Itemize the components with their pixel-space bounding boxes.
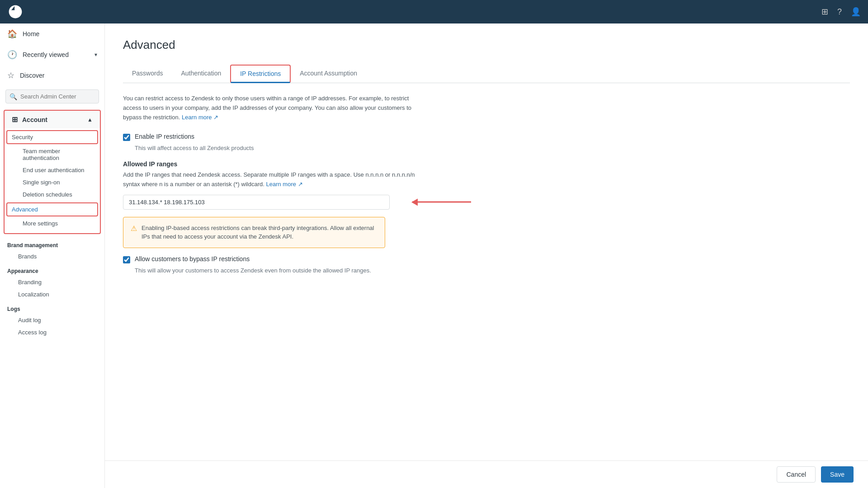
description-learn-more-link[interactable]: Learn more ↗	[182, 114, 218, 121]
sidebar-item-end-user-auth[interactable]: End user authentication	[5, 164, 100, 176]
sidebar-search-area: 🔍	[0, 86, 104, 107]
logo	[7, 4, 24, 20]
topbar-right: ⊞ ? 👤	[821, 7, 861, 17]
tab-authentication[interactable]: Authentication	[172, 65, 230, 83]
sidebar-home-label: Home	[23, 30, 97, 38]
star-icon: ☆	[7, 70, 14, 80]
sidebar-item-brands[interactable]: Brands	[0, 250, 104, 263]
ip-ranges-input[interactable]	[123, 195, 390, 210]
allowed-ip-title: Allowed IP ranges	[123, 160, 850, 168]
clock-icon: 🕐	[7, 50, 17, 60]
sidebar-item-audit-log[interactable]: Audit log	[0, 314, 104, 326]
warning-icon: ⚠	[131, 224, 137, 233]
sidebar-item-more-settings[interactable]: More settings	[5, 217, 100, 230]
bypass-ip-label[interactable]: Allow customers to bypass IP restriction…	[135, 255, 250, 263]
sidebar-item-deletion-schedules[interactable]: Deletion schedules	[5, 188, 100, 201]
sidebar-item-discover[interactable]: ☆ Discover	[0, 65, 104, 86]
bottom-bar: Cancel Save	[105, 460, 868, 488]
zendesk-logo-icon	[7, 4, 24, 20]
search-icon: 🔍	[9, 93, 17, 100]
save-button[interactable]: Save	[821, 466, 854, 483]
user-icon[interactable]: 👤	[851, 7, 861, 17]
bypass-ip-subtext: This will allow your customers to access…	[135, 267, 850, 274]
warning-box: ⚠ Enabling IP-based access restrictions …	[123, 217, 385, 248]
sidebar-discover-label: Discover	[20, 72, 97, 79]
sidebar-item-team-member-auth[interactable]: Team member authentication	[5, 145, 100, 164]
allowed-ip-learn-more-link[interactable]: Learn more ↗	[266, 181, 302, 188]
page-title: Advanced	[123, 38, 850, 52]
sidebar-item-recently-viewed[interactable]: 🕐 Recently viewed ▾	[0, 44, 104, 65]
home-icon: 🏠	[7, 29, 17, 39]
account-sub-items: Security Team member authentication End …	[5, 130, 100, 233]
bypass-ip-checkbox[interactable]	[123, 256, 130, 263]
cancel-button[interactable]: Cancel	[777, 466, 816, 483]
sidebar-recently-viewed-label: Recently viewed	[23, 51, 89, 58]
security-highlighted-wrapper: Security	[6, 130, 98, 144]
enable-ip-row: Enable IP restrictions	[123, 133, 850, 141]
ip-input-container	[123, 195, 390, 210]
warning-text: Enabling IP-based access restrictions ca…	[142, 224, 377, 241]
account-section-highlighted: ⊞ Account ▲ Security Team member authent…	[4, 110, 101, 234]
arrow-line	[412, 202, 471, 203]
ip-description: You can restrict access to Zendesk to on…	[123, 94, 417, 122]
sidebar-item-security[interactable]: Security	[7, 131, 97, 143]
bypass-row: Allow customers to bypass IP restriction…	[123, 255, 850, 263]
account-chevron-icon: ▲	[87, 117, 93, 123]
appearance-label: Appearance	[0, 263, 104, 276]
tab-account-assumption[interactable]: Account Assumption	[291, 65, 366, 83]
topbar: ⊞ ? 👤	[0, 0, 868, 23]
account-group-header[interactable]: ⊞ Account ▲	[5, 111, 100, 128]
sidebar-item-advanced[interactable]: Advanced	[7, 203, 97, 216]
enable-ip-subtext: This will affect access to all Zendesk p…	[135, 145, 850, 151]
tab-ip-restrictions[interactable]: IP Restrictions	[230, 65, 291, 83]
tabs-bar: Passwords Authentication IP Restrictions…	[123, 65, 850, 83]
account-grid-icon: ⊞	[12, 115, 18, 124]
sidebar: 🏠 Home 🕐 Recently viewed ▾ ☆ Discover 🔍 …	[0, 0, 105, 488]
enable-ip-checkbox[interactable]	[123, 134, 130, 141]
arrow-annotation	[412, 202, 471, 203]
arrow-head-icon	[411, 198, 418, 206]
search-wrapper: 🔍	[5, 89, 99, 103]
sidebar-item-home[interactable]: 🏠 Home	[0, 23, 104, 44]
enable-ip-label[interactable]: Enable IP restrictions	[135, 133, 194, 140]
account-label: Account	[22, 116, 47, 123]
advanced-highlighted-wrapper: Advanced	[6, 202, 98, 216]
allowed-ip-desc: Add the IP ranges that need Zendesk acce…	[123, 170, 417, 189]
search-input[interactable]	[5, 89, 99, 103]
grid-icon[interactable]: ⊞	[821, 7, 828, 17]
sidebar-item-access-log[interactable]: Access log	[0, 326, 104, 338]
chevron-down-icon: ▾	[94, 52, 97, 58]
logs-label: Logs	[0, 300, 104, 314]
sidebar-item-single-sign-on[interactable]: Single sign-on	[5, 176, 100, 188]
main-content: Advanced Passwords Authentication IP Res…	[105, 23, 868, 488]
sidebar-item-branding[interactable]: Branding	[0, 276, 104, 288]
brand-management-label: Brand management	[0, 237, 104, 250]
tab-passwords[interactable]: Passwords	[123, 65, 172, 83]
sidebar-item-localization[interactable]: Localization	[0, 288, 104, 300]
help-icon[interactable]: ?	[837, 7, 842, 17]
